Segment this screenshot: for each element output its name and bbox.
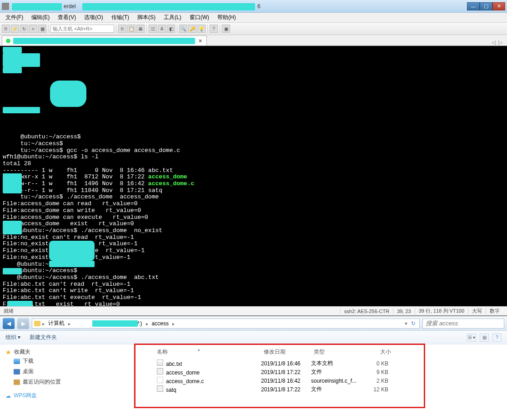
tb-color-icon[interactable]: ◧: [167, 25, 175, 33]
file-size: 9 KB: [361, 369, 388, 375]
tb-separator: [220, 25, 220, 33]
col-date[interactable]: 修改日期: [264, 348, 314, 356]
minimize-button[interactable]: —: [467, 2, 480, 10]
help-icon[interactable]: ?: [492, 334, 502, 342]
file-size: 2 KB: [361, 378, 388, 384]
tab-next-icon[interactable]: ▷: [498, 39, 502, 46]
tb-props-icon[interactable]: ☷: [149, 25, 157, 33]
host-input[interactable]: [50, 25, 114, 33]
file-type: 文件: [311, 385, 361, 393]
organize-button[interactable]: 组织 ▾: [5, 334, 20, 341]
sidebar-favorites[interactable]: ★收藏夹: [5, 348, 128, 356]
file-icon: [157, 359, 163, 366]
sidebar-desktop[interactable]: 桌面: [5, 366, 128, 377]
file-icon: [157, 377, 163, 383]
crumb-dropdown-icon[interactable]: ▾: [405, 320, 407, 327]
tab-prev-icon[interactable]: ◁: [492, 39, 496, 46]
tb-help-icon[interactable]: ?: [210, 25, 218, 33]
file-name: access_dome.c: [166, 378, 204, 385]
col-type[interactable]: 类型: [314, 348, 364, 356]
menu-options[interactable]: 选项(O): [80, 13, 106, 22]
file-row[interactable]: access_dome2019/11/8 17:22文件9 KB: [134, 368, 507, 376]
sidebar-downloads[interactable]: 下载: [5, 356, 128, 366]
terminal[interactable]: @ubuntu:~/access$ tu:~/access$ tu:~/acce…: [0, 46, 507, 306]
session-tab[interactable]: ×: [2, 35, 207, 46]
close-button[interactable]: ✕: [492, 2, 505, 10]
tb-bulb-icon[interactable]: 💡: [197, 25, 206, 33]
crumb-folder[interactable]: access: [150, 320, 171, 327]
folder-icon: [34, 321, 40, 326]
tb-screen-icon[interactable]: ▣: [222, 25, 230, 33]
newfolder-button[interactable]: 新建文件夹: [30, 334, 57, 341]
file-type: sourceinsight.c_f...: [311, 378, 361, 384]
sidebar-wps-cloud[interactable]: ☁WPS网盘: [5, 392, 128, 400]
menu-script[interactable]: 脚本(S): [134, 13, 159, 22]
refresh-icon[interactable]: ↻: [409, 320, 417, 327]
menu-tools[interactable]: 工具(L): [160, 13, 185, 22]
star-icon: ★: [5, 349, 11, 356]
desktop-icon: [14, 369, 20, 374]
file-name: satq: [166, 387, 176, 393]
window-titlebar: erdel 6 — ▢ ✕: [0, 0, 507, 13]
status-num: 数字: [486, 308, 503, 314]
redaction: [13, 38, 195, 44]
menu-help[interactable]: 帮助(H): [214, 13, 240, 22]
file-date: 2019/11/8 16:42: [261, 378, 311, 384]
tb-font-icon[interactable]: A: [158, 25, 166, 33]
menu-edit[interactable]: 编辑(E): [28, 13, 53, 22]
file-name: abc.txt: [166, 361, 182, 367]
crumb-computer[interactable]: 计算机: [46, 319, 66, 327]
menu-view[interactable]: 查看(V): [54, 13, 80, 22]
tb-separator: [177, 25, 177, 33]
status-caps: 大写: [468, 308, 486, 314]
file-row[interactable]: satq2019/11/8 17:22文件12 KB: [134, 385, 507, 394]
file-size: 0 KB: [361, 360, 388, 367]
cloud-icon: ☁: [5, 393, 11, 399]
file-date: 2019/11/8 17:22: [261, 369, 311, 375]
tb-print-icon[interactable]: 🖶: [136, 25, 145, 33]
file-type: 文本文档: [311, 359, 361, 367]
toolbar: ⎘ ⚡ ↻ ⨉ ▦ ⎘ 📋 🖶 ☷ A ◧ 🔍 🔑 💡 ? ▣: [0, 23, 507, 35]
tb-key-icon[interactable]: 🔑: [188, 25, 196, 33]
tb-quick-icon[interactable]: ⚡: [11, 25, 19, 33]
explorer-nav: ◀ ▶ 计算机 2.67) (V:) access ▾ ↻: [0, 316, 507, 331]
explorer-sidebar: ★收藏夹 下载 桌面 最近访问的位置 ☁WPS网盘: [0, 344, 134, 408]
recent-icon: [14, 380, 20, 385]
file-icon: [157, 385, 163, 392]
tb-paste-icon[interactable]: 📋: [127, 25, 136, 33]
tb-connect-icon[interactable]: ⎘: [2, 25, 10, 33]
tb-reconnect-icon[interactable]: ↻: [20, 25, 28, 33]
file-row[interactable]: abc.txt2019/11/8 16:46文本文档0 KB: [134, 359, 507, 368]
status-ssh: ssh2: AES-256-CTR: [340, 309, 393, 314]
file-icon: [157, 368, 163, 374]
col-name[interactable]: 名称: [157, 348, 264, 356]
tb-copy-icon[interactable]: ⎘: [118, 25, 126, 33]
explorer-search-input[interactable]: [422, 319, 504, 329]
nav-back-button[interactable]: ◀: [3, 318, 15, 329]
file-type: 文件: [311, 368, 361, 376]
menu-window[interactable]: 窗口(W): [186, 13, 213, 22]
col-size[interactable]: 大小: [364, 348, 391, 356]
tb-session-icon[interactable]: ▦: [38, 25, 46, 33]
tb-disconnect-icon[interactable]: ⨉: [29, 25, 37, 33]
menu-transfer[interactable]: 传输(T): [108, 13, 133, 22]
file-date: 2019/11/8 16:46: [261, 360, 311, 367]
file-date: 2019/11/8 17:22: [261, 386, 311, 393]
maximize-button[interactable]: ▢: [480, 2, 492, 10]
menu-file[interactable]: 文件(F): [2, 13, 27, 22]
tab-bar: × ◁ ▷: [0, 35, 507, 46]
breadcrumb[interactable]: 计算机 2.67) (V:) access ▾ ↻: [32, 319, 420, 329]
tb-find-icon[interactable]: 🔍: [179, 25, 187, 33]
status-dot-icon: [6, 39, 10, 43]
file-name: access_dome: [166, 369, 200, 376]
file-explorer: ◀ ▶ 计算机 2.67) (V:) access ▾ ↻ 组织 ▾ 新建文件夹…: [0, 315, 507, 408]
preview-pane-icon[interactable]: ▤: [480, 334, 489, 342]
status-size: 39 行, 118 列 VT100: [415, 308, 468, 314]
redaction: [92, 320, 138, 327]
file-row[interactable]: access_dome.c2019/11/8 16:42sourceinsigh…: [134, 376, 507, 385]
view-mode-icon[interactable]: ☰ ▾: [467, 334, 476, 342]
sidebar-recent[interactable]: 最近访问的位置: [5, 377, 128, 387]
nav-forward-button[interactable]: ▶: [17, 318, 29, 329]
redaction: [82, 3, 255, 10]
tab-close-icon[interactable]: ×: [198, 38, 203, 44]
